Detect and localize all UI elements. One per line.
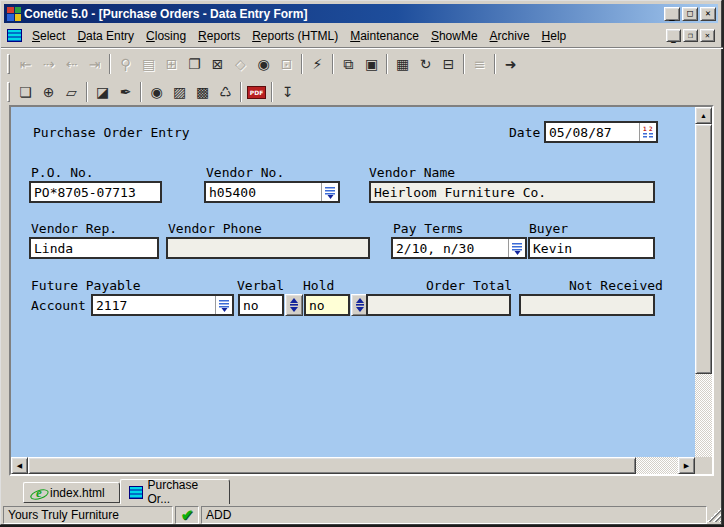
svg-text:2: 2	[649, 126, 653, 132]
vendor-lookup-icon[interactable]	[321, 183, 338, 201]
account-input[interactable]	[93, 296, 215, 314]
vendor-name-field	[369, 181, 655, 203]
menu-archive[interactable]: Archive	[484, 27, 536, 45]
hold-field[interactable]	[304, 294, 350, 316]
paste-button[interactable]: ▣	[360, 53, 383, 75]
window-title: Conetic 5.0 - [Purchase Orders - Data En…	[24, 7, 664, 21]
pay-terms-input[interactable]	[393, 239, 508, 257]
mdi-close-button[interactable]: ✕	[700, 29, 715, 42]
hold-input[interactable]	[306, 296, 348, 314]
image-button[interactable]: ▨	[168, 81, 191, 103]
vendor-phone-field	[166, 237, 370, 259]
vendor-phone-label: Vendor Phone	[168, 221, 262, 236]
app-icon	[7, 7, 21, 21]
menu-showme[interactable]: ShowMe	[425, 27, 484, 45]
menu-reports-html[interactable]: Reports (HTML)	[246, 27, 344, 45]
delete-record-button[interactable]: ⊠	[206, 53, 229, 75]
menu-help[interactable]: Help	[536, 27, 573, 45]
check-status-panel: ✔	[175, 506, 199, 524]
menu-closing[interactable]: Closing	[140, 27, 192, 45]
scroll-right-button[interactable]: ▶	[678, 457, 695, 474]
horizontal-scroll-thumb[interactable]	[28, 457, 636, 474]
trash-button[interactable]: ♺	[214, 81, 237, 103]
duplicate-form-button[interactable]: ❐	[183, 53, 206, 75]
copy-button[interactable]: ⧉	[337, 53, 360, 75]
tab-purchase-orders[interactable]: Purchase Or...	[120, 479, 230, 504]
exit-button[interactable]: ➜	[499, 53, 522, 75]
date-label: Date	[509, 125, 540, 140]
verbal-field[interactable]	[238, 294, 284, 316]
scroll-left-button[interactable]: ◀	[11, 457, 28, 474]
pay-terms-label: Pay Terms	[393, 221, 463, 236]
open-book-button[interactable]: ▱	[60, 81, 83, 103]
maximize-button[interactable]: □	[682, 7, 698, 21]
save-record-button: ▤	[137, 53, 160, 75]
toolbar-grip-2[interactable]	[7, 82, 10, 102]
menu-select[interactable]: Select	[26, 27, 71, 45]
verbal-input[interactable]	[240, 296, 282, 314]
close-button[interactable]: ✕	[700, 7, 716, 21]
tab-index-html[interactable]: e index.html	[23, 482, 120, 503]
print-button[interactable]: ⊟	[437, 53, 460, 75]
vendor-rep-field[interactable]	[29, 237, 159, 259]
vendor-no-input[interactable]	[206, 183, 321, 201]
menu-bar: Select Data Entry Closing Reports Report…	[5, 25, 717, 46]
date-field[interactable]: 1 2	[544, 121, 658, 143]
buyer-input[interactable]	[530, 239, 653, 257]
vendor-no-field[interactable]	[204, 181, 340, 203]
po-no-field[interactable]	[29, 181, 162, 203]
not-received-field	[519, 294, 655, 316]
mdi-restore-button[interactable]: ❐	[683, 29, 698, 42]
find-button[interactable]: ◉	[145, 81, 168, 103]
order-total-value	[368, 296, 509, 314]
future-payable-label: Future Payable	[31, 278, 141, 293]
date-input[interactable]	[546, 123, 639, 141]
export-button[interactable]: ↧	[276, 81, 299, 103]
not-received-label: Not Received	[569, 278, 663, 293]
vertical-scroll-thumb[interactable]	[695, 124, 712, 374]
po-no-input[interactable]	[31, 183, 160, 201]
find-record-button[interactable]: ◉	[252, 53, 275, 75]
purchase-order-form: Purchase Order Entry Date 1 2 P.O. No. V…	[11, 107, 695, 457]
image-save-button[interactable]: ▩	[191, 81, 214, 103]
account-field[interactable]	[91, 294, 234, 316]
toolbar-grip[interactable]	[7, 54, 10, 74]
horizontal-scrollbar[interactable]: ◀ ▶	[11, 457, 695, 474]
calendar-icon[interactable]: 1 2	[639, 123, 656, 141]
vendor-name-label: Vendor Name	[369, 165, 455, 180]
verbal-spinner[interactable]	[285, 294, 303, 316]
clear-record-button: ◇	[229, 53, 252, 75]
refresh-button[interactable]: ↻	[414, 53, 437, 75]
scroll-up-button[interactable]: ▲	[695, 107, 712, 124]
execute-button[interactable]: ⚡	[306, 53, 329, 75]
toolbar-main: ⇤ ⇢ ⇠ ⇥ ⚲ ▤ ⊞ ❐ ⊠ ◇ ◉ ⊡ ⚡ ⧉ ▣ ▦ ↻ ⊟ ≡ ➜	[5, 50, 522, 78]
pay-terms-lookup-icon[interactable]	[508, 239, 525, 257]
resize-grip[interactable]	[707, 508, 721, 522]
menu-data-entry[interactable]: Data Entry	[71, 27, 140, 45]
minimize-button[interactable]: _	[664, 7, 680, 21]
new-book-button[interactable]: ❏	[14, 81, 37, 103]
open-book-prompt-button[interactable]: ◪	[91, 81, 114, 103]
open-book-add-button[interactable]: ⊕	[37, 81, 60, 103]
company-name: Yours Truly Furniture	[8, 508, 119, 522]
tab-purchase-orders-label: Purchase Or...	[147, 478, 221, 506]
account-label: Account	[31, 298, 86, 313]
penguin-button[interactable]: ✒	[114, 81, 137, 103]
pdf-export-button[interactable]: PDF	[245, 81, 268, 103]
account-lookup-icon[interactable]	[215, 296, 232, 314]
hold-label: Hold	[303, 278, 334, 293]
mdi-minimize-button[interactable]: _	[666, 29, 681, 42]
form-window-button[interactable]: ▦	[391, 53, 414, 75]
vertical-scrollbar[interactable]: ▲ ▼	[695, 107, 712, 474]
form-client-area: Purchase Order Entry Date 1 2 P.O. No. V…	[9, 105, 714, 476]
pay-terms-field[interactable]	[391, 237, 527, 259]
po-no-label: P.O. No.	[31, 165, 94, 180]
not-received-value	[521, 296, 653, 314]
nav-first-button: ⇤	[14, 53, 37, 75]
document-tab-bar: e index.html Purchase Or...	[5, 478, 719, 504]
buyer-field[interactable]	[528, 237, 655, 259]
vendor-rep-input[interactable]	[31, 239, 157, 257]
mdi-system-icon[interactable]	[7, 29, 22, 42]
menu-maintenance[interactable]: Maintenance	[344, 27, 425, 45]
menu-reports[interactable]: Reports	[192, 27, 246, 45]
